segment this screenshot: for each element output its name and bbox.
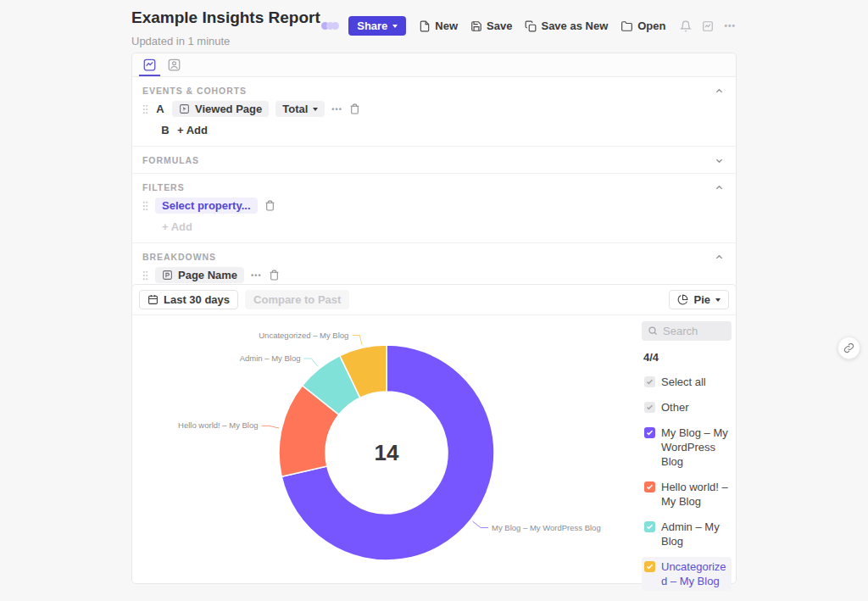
pie-chart-icon <box>677 294 688 305</box>
add-filter-button[interactable]: + Add <box>162 220 192 233</box>
tab-profiles[interactable] <box>164 53 185 76</box>
property-icon <box>162 270 173 281</box>
slice-label: My Blog – My WordPress Blog <box>492 523 601 532</box>
legend-item-label: Hello world! – My Blog <box>661 480 729 509</box>
slice-callout-line <box>473 521 488 527</box>
collapse-icon[interactable] <box>715 183 724 192</box>
folder-icon <box>620 20 633 32</box>
checkbox-icon <box>644 427 655 438</box>
page-title: Example Insights Report <box>131 8 320 27</box>
donut-chart: My Blog – My WordPress BlogHello world! … <box>132 315 641 587</box>
chart-area: My Blog – My WordPress BlogHello world! … <box>132 315 736 587</box>
new-button[interactable]: New <box>419 19 458 32</box>
events-cohorts-section: EVENTS & COHORTS A Viewed Page Total •••… <box>132 77 736 146</box>
header-actions: Share New Save Save as New Open ••• <box>321 16 736 36</box>
event-row-b: B + Add <box>132 120 736 141</box>
bell-icon[interactable] <box>680 20 692 32</box>
share-link-button[interactable] <box>837 337 860 359</box>
filter-row: Select property... <box>132 195 736 216</box>
filters-header: FILTERS <box>142 182 185 192</box>
slice-callout-line <box>262 426 280 428</box>
measure-dropdown[interactable]: Total <box>275 101 325 117</box>
add-event-button[interactable]: + Add <box>177 124 208 136</box>
date-range-button[interactable]: Last 30 days <box>139 290 238 309</box>
compare-to-past-button[interactable]: Compare to Past <box>245 290 349 309</box>
donut-total-value: 14 <box>375 440 399 465</box>
other-checkbox[interactable]: Other <box>642 398 732 417</box>
chevron-down-icon <box>313 108 318 114</box>
save-button[interactable]: Save <box>470 19 512 32</box>
user-icon <box>168 58 181 71</box>
collapse-icon[interactable] <box>715 253 724 262</box>
link-icon <box>843 342 854 353</box>
event-icon <box>179 103 190 114</box>
slice-callout-line <box>303 359 317 366</box>
chart-panel: Last 30 days Compare to Past Pie My Blog… <box>131 284 737 584</box>
query-tabs <box>132 53 736 77</box>
filters-section: FILTERS Select property... + Add <box>132 173 736 242</box>
updated-text: Updated in 1 minute <box>131 35 230 47</box>
legend-item-label: Uncategorized – My Blog <box>661 559 729 588</box>
copy-icon <box>525 20 537 32</box>
property-filter-chip[interactable]: Select property... <box>155 198 258 214</box>
drag-handle-icon[interactable] <box>142 270 148 281</box>
chevron-down-icon <box>715 298 721 304</box>
checkbox-icon <box>644 561 655 572</box>
slice-callout-line <box>352 336 362 346</box>
formulas-section: FORMULAS <box>132 146 736 173</box>
breakdown-row: Page Name ••• <box>132 264 736 286</box>
query-builder-panel: EVENTS & COHORTS A Viewed Page Total •••… <box>131 53 737 313</box>
legend-count: 4/4 <box>643 351 732 364</box>
open-button[interactable]: Open <box>620 19 665 32</box>
slice-label: Uncategorized – My Blog <box>259 331 348 340</box>
drag-handle-icon[interactable] <box>142 201 148 211</box>
row-more-icon[interactable]: ••• <box>331 105 342 114</box>
save-as-new-button[interactable]: Save as New <box>525 19 608 32</box>
row-more-icon[interactable]: ••• <box>251 271 261 280</box>
share-button-label: Share <box>357 19 387 32</box>
board-icon[interactable] <box>702 20 714 32</box>
slice-label: Hello world! – My Blog <box>178 420 259 430</box>
save-icon <box>470 20 482 32</box>
breakdown-chip[interactable]: Page Name <box>155 267 244 283</box>
trash-icon[interactable] <box>269 270 280 281</box>
checkbox-icon <box>644 481 655 492</box>
chart-legend: 4/4 Select all Other My Blog – My WordPr… <box>642 321 732 597</box>
slice-label: Admin – My Blog <box>240 353 301 363</box>
legend-item-label: Admin – My Blog <box>661 520 729 548</box>
tab-events[interactable] <box>139 53 160 76</box>
trash-icon[interactable] <box>264 200 275 211</box>
share-button[interactable]: Share <box>348 16 406 36</box>
calendar-icon <box>147 294 159 305</box>
row-letter: B <box>160 124 170 136</box>
file-plus-icon <box>419 20 431 32</box>
select-all-checkbox[interactable]: Select all <box>642 372 732 392</box>
legend-item[interactable]: Uncategorized – My Blog <box>642 557 732 591</box>
checkbox-icon <box>644 521 655 532</box>
chart-type-button[interactable]: Pie <box>669 290 729 309</box>
trash-icon[interactable] <box>349 103 360 114</box>
collapse-icon[interactable] <box>715 86 724 96</box>
events-cohorts-header: EVENTS & COHORTS <box>142 86 247 96</box>
chart-controls: Last 30 days Compare to Past Pie <box>132 285 736 315</box>
legend-item[interactable]: Hello world! – My Blog <box>642 477 732 511</box>
event-chip[interactable]: Viewed Page <box>172 101 269 117</box>
checkbox-icon <box>644 402 655 413</box>
legend-item[interactable]: My Blog – My WordPress Blog <box>642 423 732 471</box>
line-chart-icon <box>143 58 156 71</box>
legend-item[interactable]: Admin – My Blog <box>642 517 732 551</box>
formulas-header: FORMULAS <box>142 155 199 165</box>
collaborators-icon <box>321 22 339 30</box>
row-letter: A <box>155 103 165 115</box>
chevron-down-icon <box>392 25 398 31</box>
drag-handle-icon[interactable] <box>142 104 148 114</box>
checkbox-icon <box>644 376 655 387</box>
event-row-a: A Viewed Page Total ••• <box>132 98 736 120</box>
expand-icon[interactable] <box>715 156 724 165</box>
more-options-icon[interactable]: ••• <box>724 21 736 31</box>
legend-item-label: My Blog – My WordPress Blog <box>661 426 729 469</box>
search-icon <box>648 326 658 336</box>
breakdowns-header: BREAKDOWNS <box>142 252 216 262</box>
